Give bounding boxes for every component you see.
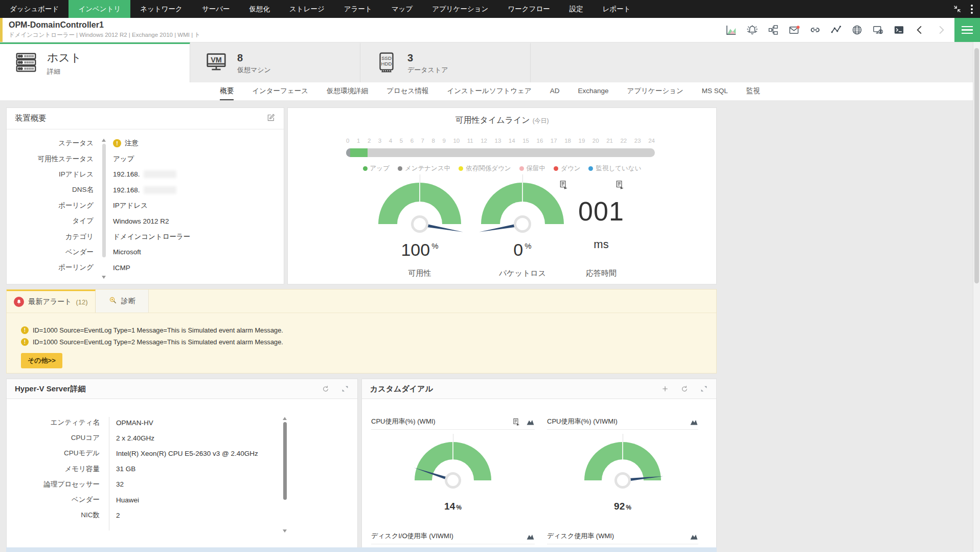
nav-item[interactable]: アラート <box>334 0 382 18</box>
hyperv-field-label: エンティティ名 <box>7 418 100 427</box>
remote-session-icon[interactable] <box>872 24 884 36</box>
alert-item[interactable]: !ID=1000 Source=EventLog Type=2 Message=… <box>21 338 283 346</box>
scroll-up-icon[interactable] <box>283 417 287 420</box>
nav-item[interactable]: ワークフロー <box>498 0 559 18</box>
mail-icon[interactable] <box>788 24 801 36</box>
chevron-right-icon[interactable] <box>935 24 947 36</box>
hyperv-title: Hyper-V Server詳細 <box>15 384 85 394</box>
subtab-2[interactable]: インターフェース <box>252 82 308 100</box>
area-chart-small-icon[interactable] <box>690 532 698 541</box>
summary-value-text: 192.168. <box>113 186 140 194</box>
hyperv-field-value: OPMAN-HV <box>116 419 153 427</box>
content-area: 装置概要 ステータス!注意可用性ステータスアップIPアドレス192.168.DN… <box>0 100 980 552</box>
tab-vm[interactable]: VM8仮想マシン <box>190 42 360 82</box>
edit-icon[interactable] <box>266 113 276 124</box>
tab-host[interactable]: ホスト詳細 <box>0 42 190 82</box>
gauge-hub <box>445 472 461 489</box>
report-icon[interactable] <box>559 180 569 192</box>
dial-card-header: CPU使用率(%) (WMI) <box>371 414 535 430</box>
kebab-menu-icon[interactable] <box>971 5 973 14</box>
timeline-hours: 0123456789101112131415161718192021222324 <box>346 138 655 144</box>
subtab-5[interactable]: インストールソフトウェア <box>447 82 531 100</box>
svg-text:HDD: HDD <box>381 60 392 66</box>
subtab-9[interactable]: MS SQL <box>702 82 728 100</box>
hyperv-row: メモリ容量31 GB <box>7 461 357 477</box>
report-icon[interactable] <box>512 417 521 426</box>
chevron-left-icon[interactable] <box>914 24 926 36</box>
hyperv-row: エンティティ名OPMAN-HV <box>7 415 357 430</box>
device-summary-title: 装置概要 <box>15 113 47 124</box>
availability-timeline-bar[interactable] <box>346 148 655 157</box>
tab-text: 8仮想マシン <box>237 52 271 75</box>
scrollbar-thumb[interactable] <box>102 144 106 257</box>
alerts-count: (12) <box>76 298 87 306</box>
alert-item[interactable]: !ID=1000 Source=EventLog Type=1 Message=… <box>21 326 283 334</box>
summary-field-label: タイプ <box>7 216 94 226</box>
tab-datastore[interactable]: SSDHDD3データストア <box>360 42 531 82</box>
nav-item[interactable]: インベントリ <box>69 0 130 18</box>
topology-icon[interactable] <box>767 24 780 36</box>
subtab-3[interactable]: 仮想環境詳細 <box>327 82 368 100</box>
expand-icon[interactable] <box>341 385 349 393</box>
alarm-icon[interactable] <box>746 24 759 36</box>
summary-value-text: Windows 2012 R2 <box>113 217 169 225</box>
scroll-down-icon[interactable] <box>102 276 106 279</box>
refresh-icon[interactable] <box>322 385 330 393</box>
scroll-down-icon[interactable] <box>283 529 287 533</box>
tab-latest-alerts[interactable]: 最新アラート (12) <box>7 290 96 313</box>
summary-field-label: ステータス <box>7 139 94 148</box>
subtab-6[interactable]: AD <box>550 82 560 100</box>
page-scrollbar[interactable] <box>973 42 980 552</box>
area-chart-small-icon[interactable] <box>526 417 535 426</box>
hyperv-row: CPUコア2 x 2.40GHz <box>7 430 357 446</box>
gauge-value: 100% <box>378 240 461 260</box>
nav-item[interactable]: ネットワーク <box>130 0 192 18</box>
hamburger-menu-button[interactable] <box>954 18 980 42</box>
report-icon[interactable] <box>615 180 625 192</box>
hyperv-scrollbar[interactable] <box>283 417 287 533</box>
nav-item[interactable]: マップ <box>382 0 422 18</box>
scroll-up-icon[interactable] <box>102 139 106 142</box>
subtab-4[interactable]: プロセス情報 <box>386 82 428 100</box>
area-chart-icon[interactable] <box>725 24 738 36</box>
area-chart-small-icon[interactable] <box>690 417 698 426</box>
summary-scrollbar[interactable] <box>102 139 106 279</box>
subtab-1[interactable]: 概要 <box>220 82 234 100</box>
hyperv-field-value: 2 <box>116 512 120 519</box>
collapse-icon[interactable] <box>953 5 962 13</box>
timeline-hour-label: 17 <box>551 138 557 144</box>
nav-item[interactable]: ダッシュボード <box>0 0 69 18</box>
nav-item[interactable]: サーバー <box>192 0 240 18</box>
dial-card: ディスク使用率 (WMI) <box>547 528 698 544</box>
refresh-icon[interactable] <box>680 385 689 393</box>
subtab-8[interactable]: アプリケーション <box>627 82 683 100</box>
timeline-hour-label: 16 <box>537 138 543 144</box>
globe-icon[interactable] <box>851 24 863 36</box>
legend-label: ダウン <box>561 164 580 173</box>
add-dial-icon[interactable] <box>661 385 669 393</box>
nav-item[interactable]: ストレージ <box>280 0 334 18</box>
more-alerts-button[interactable]: その他>> <box>21 353 62 368</box>
expand-icon[interactable] <box>700 385 708 393</box>
scrollbar-thumb[interactable] <box>974 48 979 283</box>
line-graph-icon[interactable] <box>830 24 842 36</box>
availability-title: 可用性タイムライン <box>455 115 530 126</box>
link-icon[interactable] <box>809 24 822 36</box>
gauge-tick <box>522 183 523 202</box>
summary-field-value: ドメインコントローラー <box>113 232 190 241</box>
summary-row: ポーリングIPアドレス <box>7 198 284 213</box>
vm-icon: VM <box>204 51 228 76</box>
subtab-7[interactable]: Exchange <box>578 82 609 100</box>
subtab-10[interactable]: 監視 <box>746 82 760 100</box>
hyperv-field-value: 31 GB <box>116 465 135 473</box>
tab-diagnostics[interactable]: 診断 <box>96 290 149 313</box>
nav-item[interactable]: 設定 <box>560 0 593 18</box>
nav-item[interactable]: アプリケーション <box>422 0 498 18</box>
scrollbar-thumb[interactable] <box>283 422 287 500</box>
hyperv-field-value: Huawei <box>116 496 139 504</box>
area-chart-small-icon[interactable] <box>526 532 535 541</box>
nav-item[interactable]: レポート <box>593 0 641 18</box>
nav-item[interactable]: 仮想化 <box>240 0 280 18</box>
svg-text:SSD: SSD <box>381 55 392 61</box>
terminal-icon[interactable] <box>893 24 905 36</box>
